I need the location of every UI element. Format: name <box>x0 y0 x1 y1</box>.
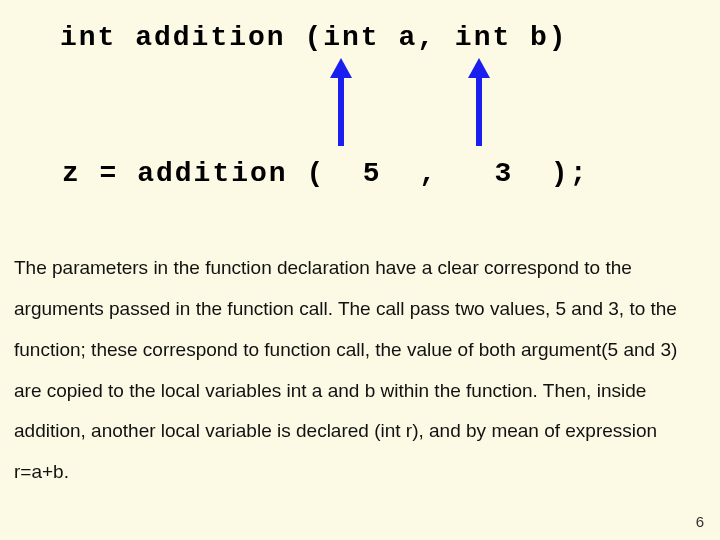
arrow-param-a-icon <box>330 58 352 146</box>
arrow-param-b-icon <box>468 58 490 146</box>
explanation-text: The parameters in the function declarati… <box>0 238 720 493</box>
page-number: 6 <box>696 513 704 530</box>
code-diagram: int addition (int a, int b) z = addition… <box>0 0 720 238</box>
function-declaration: int addition (int a, int b) <box>60 22 568 53</box>
function-call: z = addition ( 5 , 3 ); <box>62 158 588 189</box>
